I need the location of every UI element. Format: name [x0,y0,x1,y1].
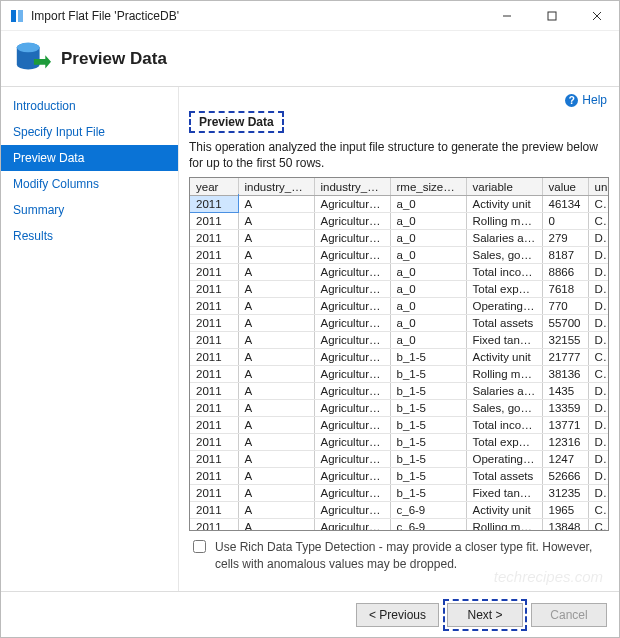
table-cell: A [238,314,314,331]
table-cell: Agriculture, ... [314,365,390,382]
table-cell: 2011 [190,280,238,297]
close-button[interactable] [574,1,619,31]
table-cell: Fixed tangi... [466,331,542,348]
table-row[interactable]: 2011AAgriculture, ...a_0Fixed tangi...32… [190,331,608,348]
table-cell: A [238,280,314,297]
table-cell: 38136 [542,365,588,382]
table-row[interactable]: 2011AAgriculture, ...b_1-5Fixed tangi...… [190,484,608,501]
table-cell: b_1-5 [390,399,466,416]
table-cell: c_6-9 [390,501,466,518]
table-cell: A [238,365,314,382]
table-row[interactable]: 2011AAgriculture, ...b_1-5Sales, gover..… [190,399,608,416]
table-row[interactable]: 2011AAgriculture, ...c_6-9Activity unit1… [190,501,608,518]
table-row[interactable]: 2011AAgriculture, ...a_0Operating p...77… [190,297,608,314]
table-row[interactable]: 2011AAgriculture, ...a_0Sales, gover...8… [190,246,608,263]
table-cell: Agriculture, ... [314,331,390,348]
maximize-button[interactable] [529,1,574,31]
column-header[interactable]: industry_code [238,178,314,195]
table-cell: A [238,467,314,484]
previous-button[interactable]: < Previous [356,603,439,627]
minimize-button[interactable] [484,1,529,31]
table-row[interactable]: 2011AAgriculture, ...a_0Total expen...76… [190,280,608,297]
table-cell: DOL [588,331,608,348]
table-cell: A [238,263,314,280]
table-cell: Total income [466,416,542,433]
table-cell: Rolling mea... [466,365,542,382]
column-header[interactable]: year [190,178,238,195]
table-cell: DOL [588,314,608,331]
table-cell: Agriculture, ... [314,467,390,484]
table-row[interactable]: 2011AAgriculture, ...c_6-9Rolling mea...… [190,518,608,530]
table-cell: Rolling mea... [466,212,542,229]
nav-item-results[interactable]: Results [1,223,178,249]
window-title: Import Flat File 'PracticeDB' [31,9,179,23]
table-cell: Sales, gover... [466,399,542,416]
table-row[interactable]: 2011AAgriculture, ...b_1-5Total assets52… [190,467,608,484]
table-cell: 2011 [190,195,238,212]
table-row[interactable]: 2011AAgriculture, ...b_1-5Operating p...… [190,450,608,467]
table-cell: DOL [588,229,608,246]
table-cell: 32155 [542,331,588,348]
table-cell: 1965 [542,501,588,518]
table-cell: 2011 [190,399,238,416]
column-header[interactable]: rme_size_grp [390,178,466,195]
table-cell: Total expen... [466,433,542,450]
table-cell: 13848 [542,518,588,530]
table-row[interactable]: 2011AAgriculture, ...b_1-5Activity unit2… [190,348,608,365]
rich-type-detection-row[interactable]: Use Rich Data Type Detection - may provi… [189,539,609,571]
nav-item-introduction[interactable]: Introduction [1,93,178,119]
column-header[interactable]: variable [466,178,542,195]
table-cell: a_0 [390,263,466,280]
cancel-button[interactable]: Cancel [531,603,607,627]
rich-type-detection-checkbox[interactable] [193,540,206,553]
next-button[interactable]: Next > [447,603,523,627]
table-cell: DOL [588,382,608,399]
table-row[interactable]: 2011AAgriculture, ...a_0Total income8866… [190,263,608,280]
table-cell: Total assets [466,467,542,484]
table-cell: Agriculture, ... [314,518,390,530]
table-row[interactable]: 2011AAgriculture, ...a_0Rolling mea...0C… [190,212,608,229]
column-header[interactable]: industry_name [314,178,390,195]
table-cell: Agriculture, ... [314,195,390,212]
help-link[interactable]: ? Help [565,93,607,107]
table-cell: COU [588,365,608,382]
table-cell: Operating p... [466,297,542,314]
table-cell: DOL [588,280,608,297]
table-cell: 2011 [190,297,238,314]
help-icon: ? [565,94,578,107]
table-row[interactable]: 2011AAgriculture, ...b_1-5Salaries and..… [190,382,608,399]
table-cell: A [238,501,314,518]
section-title: Preview Data [199,115,274,129]
table-cell: 770 [542,297,588,314]
nav-item-specify-input-file[interactable]: Specify Input File [1,119,178,145]
table-cell: Agriculture, ... [314,263,390,280]
column-header[interactable]: value [542,178,588,195]
table-row[interactable]: 2011AAgriculture, ...b_1-5Total expen...… [190,433,608,450]
nav-item-preview-data[interactable]: Preview Data [1,145,178,171]
table-cell: 2011 [190,416,238,433]
grid-scroll[interactable]: yearindustry_codeindustry_namerme_size_g… [190,178,608,530]
table-cell: 279 [542,229,588,246]
table-cell: Total assets [466,314,542,331]
table-row[interactable]: 2011AAgriculture, ...b_1-5Rolling mea...… [190,365,608,382]
table-row[interactable]: 2011AAgriculture, ...b_1-5Total income13… [190,416,608,433]
table-row[interactable]: 2011AAgriculture, ...a_0Salaries and...2… [190,229,608,246]
column-header[interactable]: unit [588,178,608,195]
table-row[interactable]: 2011AAgriculture, ...a_0Total assets5570… [190,314,608,331]
table-cell: a_0 [390,229,466,246]
nav-item-summary[interactable]: Summary [1,197,178,223]
table-cell: Agriculture, ... [314,382,390,399]
table-cell: Agriculture, ... [314,212,390,229]
preview-grid: yearindustry_codeindustry_namerme_size_g… [189,177,609,531]
table-cell: 2011 [190,382,238,399]
table-cell: A [238,399,314,416]
table-row[interactable]: 2011AAgriculture, ...a_0Activity unit461… [190,195,608,212]
table-cell: 8187 [542,246,588,263]
table-cell: 2011 [190,314,238,331]
table-cell: DOL [588,433,608,450]
table-cell: a_0 [390,280,466,297]
table-cell: A [238,382,314,399]
table-cell: DOL [588,246,608,263]
nav-item-modify-columns[interactable]: Modify Columns [1,171,178,197]
table-cell: 8866 [542,263,588,280]
